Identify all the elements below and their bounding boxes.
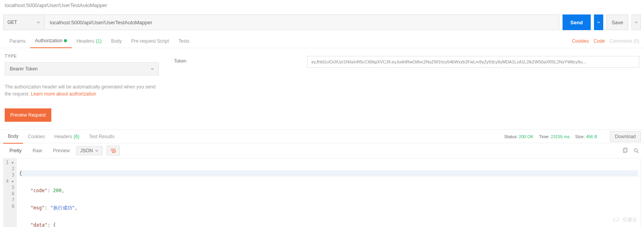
- tab-authorization[interactable]: Authorization: [30, 34, 72, 48]
- code-content[interactable]: { "code": 200, "msg": "执行成功", "data": { …: [17, 159, 640, 227]
- svg-line-3: [637, 151, 639, 153]
- caret-down-icon: [635, 21, 638, 24]
- auth-description: The authorization header will be automat…: [5, 83, 157, 97]
- link-comments[interactable]: Comments (0): [610, 38, 639, 44]
- tab-body[interactable]: Body: [106, 34, 126, 48]
- preview-request-button[interactable]: Preview Request: [5, 108, 51, 122]
- tab-resp-body[interactable]: Body: [3, 130, 23, 144]
- copy-icon[interactable]: [622, 148, 628, 154]
- view-preview-button[interactable]: Preview: [48, 146, 74, 156]
- svg-point-2: [634, 149, 637, 152]
- tab-params[interactable]: Params: [5, 34, 30, 48]
- caret-down-icon: [37, 21, 40, 24]
- url-input[interactable]: [44, 14, 559, 30]
- send-button[interactable]: Send: [563, 14, 591, 30]
- status-label: Status: 200 OK: [504, 134, 534, 139]
- caret-down-icon: [597, 21, 600, 24]
- response-body: 1 ▼ 2 3 4 ▼ 5 6 7 8 { "code": 200, "msg"…: [3, 158, 641, 227]
- tab-prerequest[interactable]: Pre-request Script: [127, 34, 174, 48]
- time-label: Time: 23155 ms: [539, 134, 570, 139]
- caret-down-icon: [151, 67, 154, 70]
- save-dropdown-button[interactable]: [631, 14, 641, 30]
- auth-type-label: TYPE: [5, 54, 157, 58]
- view-raw-button[interactable]: Raw: [28, 146, 47, 156]
- response-toolbar: Pretty Raw Preview JSON: [0, 143, 644, 158]
- http-method-value: GET: [7, 20, 17, 25]
- download-button[interactable]: Download: [610, 131, 641, 142]
- save-button[interactable]: Save: [606, 14, 628, 30]
- watermark: 亿速云: [613, 216, 637, 223]
- wrap-icon: [110, 148, 116, 154]
- authorization-panel: TYPE Bearer Token The authorization head…: [0, 48, 644, 130]
- search-icon[interactable]: [633, 148, 639, 154]
- format-select[interactable]: JSON: [76, 146, 103, 155]
- line-gutter: 1 ▼ 2 3 4 ▼ 5 6 7 8: [4, 159, 17, 227]
- token-input[interactable]: [307, 56, 639, 68]
- tab-tests[interactable]: Tests: [174, 34, 194, 48]
- view-pretty-button[interactable]: Pretty: [5, 146, 26, 156]
- token-label: Token: [174, 56, 307, 122]
- http-method-select[interactable]: GET: [3, 14, 44, 30]
- tab-resp-cookies[interactable]: Cookies: [23, 130, 49, 144]
- request-tabs: Params Authorization Headers (1) Body Pr…: [0, 34, 644, 48]
- size-label: Size: 456 B: [575, 134, 597, 139]
- link-code[interactable]: Code: [593, 38, 605, 44]
- tab-headers[interactable]: Headers (1): [72, 34, 106, 48]
- learn-more-link[interactable]: Learn more about authorization: [31, 91, 96, 97]
- link-cookies[interactable]: Cookies: [572, 38, 589, 44]
- wrap-lines-button[interactable]: [107, 146, 120, 156]
- request-bar: GET Send Save: [0, 11, 644, 34]
- tab-resp-headers[interactable]: Headers (6): [50, 130, 84, 144]
- tab-resp-testresults[interactable]: Test Results: [84, 130, 119, 144]
- send-dropdown-button[interactable]: [594, 14, 603, 30]
- caret-down-icon: [95, 149, 98, 152]
- response-tabs: Body Cookies Headers (6) Test Results St…: [0, 130, 644, 143]
- request-url-display: localhost:5000/api/User/UserTestAutoMapp…: [0, 0, 644, 11]
- cloud-icon: [613, 217, 620, 223]
- active-dot-icon: [64, 39, 67, 42]
- auth-type-select[interactable]: Bearer Token: [5, 62, 159, 76]
